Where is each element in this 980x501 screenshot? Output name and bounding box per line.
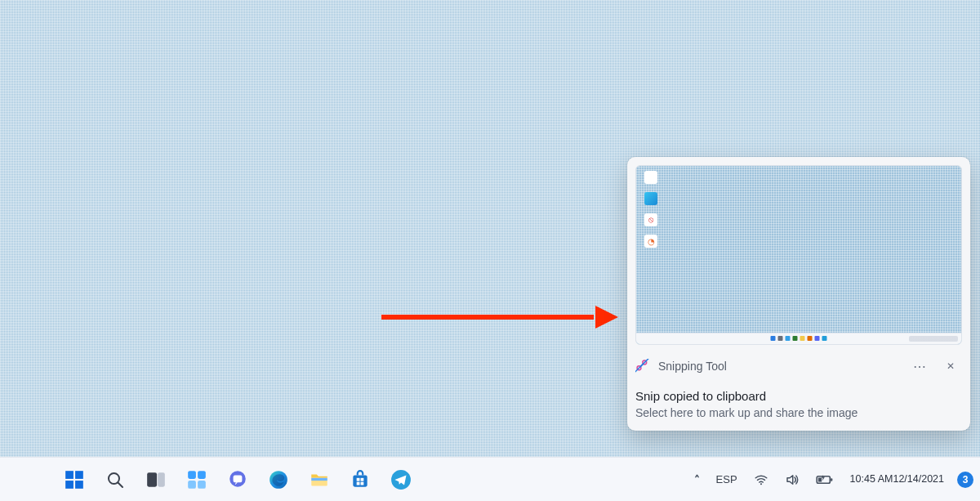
system-tray: ˄ ESP 10: [691,458,973,501]
widgets-button[interactable] [180,463,214,497]
svg-rect-23 [361,481,364,485]
svg-rect-18 [311,477,327,480]
wifi-icon [754,472,768,487]
svg-rect-27 [831,478,832,481]
svg-rect-5 [75,481,83,489]
svg-rect-20 [357,477,360,481]
chat-icon [227,469,248,490]
notification-close-button[interactable]: ✕ [939,355,962,378]
store-icon [350,469,371,490]
svg-rect-12 [188,481,196,489]
notification-count-badge[interactable]: 3 [957,472,973,488]
chat-button[interactable] [220,463,255,497]
task-view-icon [145,469,167,490]
svg-rect-21 [361,477,364,481]
battery-button[interactable] [813,463,837,497]
preview-desktop-icons: ⦸ ◔ [644,171,657,248]
svg-rect-8 [147,472,157,486]
svg-rect-22 [357,481,360,485]
start-button[interactable] [57,463,91,497]
task-view-button[interactable] [139,463,173,497]
svg-rect-15 [234,475,243,482]
notification-menu-button[interactable]: ⋯ [908,355,931,378]
snipping-tool-notification[interactable]: ⦸ ◔ [627,157,970,431]
clock-time: 10:45 AM [850,473,893,485]
close-icon: ✕ [947,360,955,372]
taskbar: ˄ ESP 10: [0,457,980,501]
edge-icon [268,469,289,490]
chevron-up-icon: ˄ [694,473,700,486]
folder-icon [309,469,330,490]
notification-title: Snip copied to clipboard [635,389,962,403]
widgets-icon [186,469,207,490]
snipping-tool-icon [635,359,650,374]
search-icon [105,470,125,490]
svg-line-7 [118,482,123,487]
battery-charging-icon [816,472,834,487]
svg-rect-28 [818,477,822,481]
clock-date: 12/14/2021 [893,473,944,485]
svg-rect-19 [353,475,367,486]
language-indicator[interactable]: ESP [713,463,741,497]
speaker-icon [785,472,800,487]
preview-taskbar [636,333,961,344]
windows-logo-icon [64,469,85,490]
wifi-button[interactable] [751,463,772,497]
svg-rect-3 [75,471,83,479]
file-explorer-button[interactable] [302,463,336,497]
tray-expand-button[interactable]: ˄ [691,463,703,497]
microsoft-store-button[interactable] [343,463,377,497]
svg-rect-2 [65,471,74,479]
svg-rect-11 [198,471,206,479]
ellipsis-icon: ⋯ [913,359,927,374]
notification-subtitle: Select here to mark up and share the ima… [635,406,962,419]
edge-button[interactable] [261,463,296,497]
svg-rect-13 [198,481,206,489]
telegram-icon [390,469,412,490]
svg-rect-10 [188,471,196,479]
volume-button[interactable] [782,463,803,497]
snip-preview-thumbnail[interactable]: ⦸ ◔ [635,165,962,345]
svg-rect-9 [158,472,165,486]
taskbar-app-area [57,463,418,497]
clock-button[interactable]: 10:45 AM 12/14/2021 [847,463,947,497]
notification-app-name: Snipping Tool [658,360,900,373]
telegram-button[interactable] [384,463,418,497]
svg-rect-4 [65,481,74,489]
svg-point-25 [760,483,762,485]
search-button[interactable] [98,463,132,497]
